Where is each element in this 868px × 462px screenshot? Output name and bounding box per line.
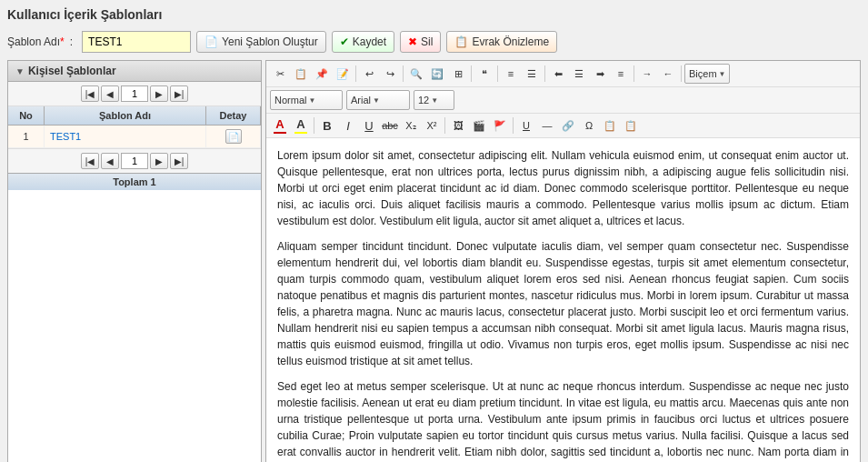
sep9 (444, 117, 445, 134)
page-title: Kullanıcı İçerik Şablonları (7, 7, 861, 22)
tool-align-right[interactable]: ➡ (590, 65, 610, 83)
toolbar3: A A B I U abc X₂ X² 🖼 🎬 🚩 U (266, 114, 860, 138)
tool-paste[interactable]: 📌 (312, 65, 332, 83)
a-color-icon: A (275, 117, 284, 131)
col-sablon: Şablon Adı (45, 106, 206, 125)
bicem-chevron: ▼ (719, 70, 726, 78)
sep1 (355, 65, 356, 82)
tool-link[interactable]: 🔗 (558, 116, 578, 135)
tool-dash[interactable]: — (537, 116, 557, 135)
first-page-bottom[interactable]: |◀ (81, 153, 99, 169)
a-highlight-icon: A (296, 117, 304, 131)
tool-cut[interactable]: ✂ (270, 65, 290, 83)
bicem-dropdown[interactable]: Biçem ▼ (684, 64, 730, 84)
tool-list-ordered[interactable]: ≡ (501, 65, 521, 83)
tool-superscript[interactable]: X² (422, 116, 442, 135)
tool-underline[interactable]: U (359, 116, 379, 135)
style-chevron: ▼ (308, 96, 315, 105)
tool-image[interactable]: 🖼 (448, 116, 468, 135)
detay-icon[interactable]: 📄 (225, 129, 242, 144)
tool-strikethrough[interactable]: abc (380, 116, 400, 135)
prev-page-bottom[interactable]: ◀ (101, 153, 119, 169)
highlight-color-btn[interactable]: A (291, 116, 311, 135)
page-input-bottom[interactable] (121, 153, 148, 169)
tool-subscript[interactable]: X₂ (401, 116, 421, 135)
cell-name: TEST1 (45, 126, 206, 147)
tool-align-justify[interactable]: ≡ (611, 65, 631, 83)
left-panel-header: ▼ Kişisel Şablonlar (8, 61, 261, 82)
tool-copy[interactable]: 📋 (291, 65, 311, 83)
sablon-adi-input[interactable] (82, 31, 191, 53)
pagination-bottom: |◀ ◀ ▶ ▶| (8, 148, 261, 173)
tool-extra1[interactable]: 📋 (600, 116, 620, 135)
tool-table[interactable]: ⊞ (448, 65, 468, 83)
tool-align-center[interactable]: ☰ (569, 65, 589, 83)
size-label: 12 (418, 95, 429, 105)
sep3 (471, 65, 472, 82)
yeni-sablon-button[interactable]: 📄 Yeni Şablon Oluştur (196, 31, 326, 53)
tool-quote[interactable]: ❝ (474, 65, 494, 83)
sep5 (544, 65, 545, 82)
tool-align-left[interactable]: ⬅ (548, 65, 568, 83)
sep4 (497, 65, 498, 82)
toolbar1: ✂ 📋 📌 📝 ↩ ↪ 🔍 🔄 ⊞ ❝ ≡ ☰ ⬅ ☰ ➡ (266, 61, 860, 87)
size-dropdown[interactable]: 12 ▼ (414, 90, 454, 110)
next-page-top[interactable]: ▶ (150, 85, 168, 102)
tool-replace[interactable]: 🔄 (427, 65, 447, 83)
tool-list-unordered[interactable]: ☰ (522, 65, 542, 83)
font-dropdown[interactable]: Arial ▼ (346, 90, 410, 110)
sil-button[interactable]: ✖ Sil (400, 31, 441, 53)
total-bar: Toplam 1 (8, 173, 261, 190)
size-chevron: ▼ (431, 96, 438, 105)
tool-omega[interactable]: Ω (579, 116, 599, 135)
pagination-top: |◀ ◀ ▶ ▶| (8, 82, 261, 106)
sablon-adi-label: Şablon Adı* (7, 35, 65, 48)
cell-no: 1 (8, 126, 45, 147)
tool-redo[interactable]: ↪ (380, 65, 400, 83)
tool-indent[interactable]: → (637, 65, 657, 83)
style-dropdown[interactable]: Normal ▼ (270, 90, 343, 110)
col-no: No (8, 106, 45, 125)
content-area: ▼ Kişisel Şablonlar |◀ ◀ ▶ ▶| No Şablon … (7, 60, 861, 462)
new-doc-icon: 📄 (205, 35, 218, 48)
tool-italic[interactable]: I (338, 116, 358, 135)
tool-outdent[interactable]: ← (658, 65, 678, 83)
first-page-top[interactable]: |◀ (81, 85, 99, 102)
toolbar2: Normal ▼ Arial ▼ 12 ▼ (266, 87, 860, 114)
next-page-bottom[interactable]: ▶ (150, 153, 168, 169)
sep6 (634, 65, 634, 82)
tool-undo[interactable]: ↩ (359, 65, 379, 83)
last-page-top[interactable]: ▶| (170, 85, 188, 102)
tool-flag[interactable]: 🚩 (490, 116, 510, 135)
editor-para3: Sed eget leo at metus semper scelerisque… (277, 378, 849, 462)
table-row[interactable]: 1 TEST1 📄 (8, 126, 261, 148)
tool-bold[interactable]: B (317, 116, 337, 135)
tool-extra2[interactable]: 📋 (621, 116, 641, 135)
sep2 (403, 65, 404, 82)
collapse-icon[interactable]: ▼ (15, 66, 25, 76)
font-label: Arial (351, 95, 371, 105)
tool-media[interactable]: 🎬 (469, 116, 489, 135)
tool-underline2[interactable]: U (516, 116, 536, 135)
style-label: Normal (274, 95, 306, 105)
editor-para2: Aliquam semper tincidunt tincidunt. Done… (277, 238, 849, 369)
tool-find[interactable]: 🔍 (406, 65, 426, 83)
tool-paste-text[interactable]: 📝 (333, 65, 353, 83)
editor-para1: Lorem ipsum dolor sit amet, consectetur … (277, 147, 849, 229)
pdf-icon: 📋 (454, 35, 468, 48)
kaydet-button[interactable]: ✔ Kaydet (332, 31, 394, 53)
cell-detay[interactable]: 📄 (206, 126, 261, 147)
table-header: No Şablon Adı Detay (8, 106, 261, 126)
sep10 (513, 117, 514, 134)
font-color-btn[interactable]: A (270, 116, 290, 135)
colon: : (70, 35, 73, 48)
font-chevron: ▼ (373, 96, 380, 105)
evrak-onizleme-button[interactable]: 📋 Evrak Önizleme (446, 31, 557, 53)
editor-content[interactable]: Lorem ipsum dolor sit amet, consectetur … (266, 138, 860, 462)
prev-page-top[interactable]: ◀ (101, 85, 119, 102)
sep8 (314, 117, 314, 134)
x-icon: ✖ (408, 35, 417, 48)
main-container: Kullanıcı İçerik Şablonları Şablon Adı* … (0, 0, 868, 462)
page-input-top[interactable] (121, 85, 148, 102)
last-page-bottom[interactable]: ▶| (170, 153, 188, 169)
